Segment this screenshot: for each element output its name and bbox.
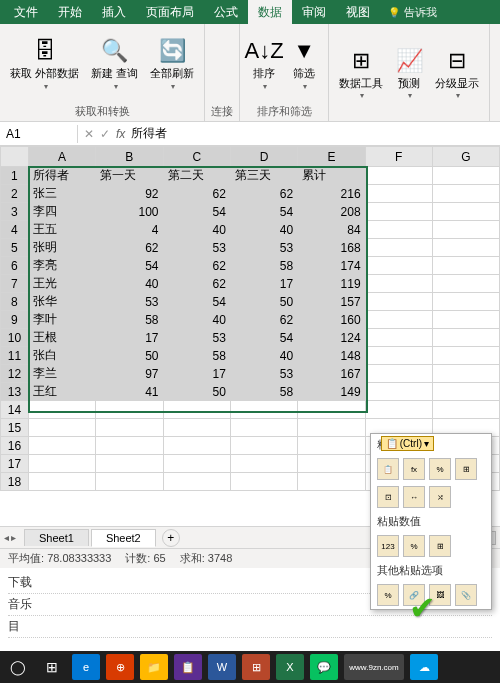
paste-option-noborder[interactable]: ⊡ — [377, 486, 399, 508]
cell[interactable]: 17 — [163, 365, 230, 383]
cell[interactable]: 58 — [230, 257, 297, 275]
cell[interactable] — [432, 185, 499, 203]
row-header[interactable]: 4 — [1, 221, 29, 239]
row-header[interactable]: 17 — [1, 455, 29, 473]
row-header[interactable]: 6 — [1, 257, 29, 275]
cell[interactable] — [28, 473, 95, 491]
taskbar-app[interactable]: e — [72, 654, 100, 680]
cell[interactable]: 王五 — [28, 221, 95, 239]
menu-tab-页面布局[interactable]: 页面布局 — [136, 0, 204, 25]
cell[interactable]: 148 — [298, 347, 365, 365]
cell[interactable]: 160 — [298, 311, 365, 329]
taskbar-app[interactable]: ⊕ — [106, 654, 134, 680]
cell[interactable]: 李亮 — [28, 257, 95, 275]
paste-option-fx[interactable]: fx — [403, 458, 425, 480]
cell[interactable]: 累计 — [298, 167, 365, 185]
cell[interactable] — [96, 473, 163, 491]
cell[interactable] — [298, 437, 365, 455]
select-all-corner[interactable] — [1, 147, 29, 167]
paste-option-%fx[interactable]: % — [429, 458, 451, 480]
paste-option-link[interactable]: 🔗 — [403, 584, 425, 606]
fx-icon[interactable]: fx — [116, 127, 125, 141]
cell[interactable] — [163, 401, 230, 419]
cell[interactable]: 17 — [230, 275, 297, 293]
cell[interactable]: 第一天 — [96, 167, 163, 185]
cell[interactable]: 58 — [96, 311, 163, 329]
cell[interactable]: 100 — [96, 203, 163, 221]
cell[interactable] — [432, 329, 499, 347]
paste-options-button[interactable]: 📋 (Ctrl) ▾ — [381, 436, 434, 451]
cell[interactable] — [432, 311, 499, 329]
row-header[interactable]: 18 — [1, 473, 29, 491]
cell[interactable] — [28, 419, 95, 437]
cell[interactable] — [298, 401, 365, 419]
cell[interactable]: 62 — [163, 185, 230, 203]
ribbon-button[interactable]: 🗄获取 外部数据 — [6, 35, 83, 92]
menu-tab-文件[interactable]: 文件 — [4, 0, 48, 25]
cell[interactable] — [96, 401, 163, 419]
cell[interactable]: 张三 — [28, 185, 95, 203]
taskview-button[interactable]: ⊞ — [38, 654, 66, 680]
cell[interactable]: 40 — [163, 311, 230, 329]
cell[interactable]: 62 — [230, 311, 297, 329]
cell[interactable]: 167 — [298, 365, 365, 383]
cell[interactable]: 53 — [96, 293, 163, 311]
cell[interactable]: 50 — [96, 347, 163, 365]
cell[interactable]: 53 — [230, 239, 297, 257]
paste-option-fmt[interactable]: % — [377, 584, 399, 606]
row-header[interactable]: 11 — [1, 347, 29, 365]
menu-tab-开始[interactable]: 开始 — [48, 0, 92, 25]
paste-option-%123[interactable]: % — [403, 535, 425, 557]
menu-tab-视图[interactable]: 视图 — [336, 0, 380, 25]
paste-option-keepwidth[interactable]: ↔ — [403, 486, 425, 508]
cell[interactable] — [28, 455, 95, 473]
cell[interactable]: 4 — [96, 221, 163, 239]
ribbon-button[interactable]: ⊞数据工具 — [335, 45, 387, 102]
cell[interactable] — [365, 401, 432, 419]
cell[interactable] — [365, 257, 432, 275]
cell[interactable] — [432, 365, 499, 383]
cell[interactable]: 第二天 — [163, 167, 230, 185]
paste-option-src[interactable]: ⊞ — [455, 458, 477, 480]
row-header[interactable]: 9 — [1, 311, 29, 329]
cell[interactable]: 53 — [163, 329, 230, 347]
paste-option-transpose[interactable]: ⤭ — [429, 486, 451, 508]
cell[interactable]: 王红 — [28, 383, 95, 401]
taskbar-app[interactable]: 📁 — [140, 654, 168, 680]
cell[interactable] — [365, 365, 432, 383]
tell-me[interactable]: 告诉我 — [388, 5, 437, 20]
cell[interactable] — [432, 347, 499, 365]
cell[interactable]: 58 — [163, 347, 230, 365]
cell[interactable]: 97 — [96, 365, 163, 383]
desktop-item[interactable]: 目 — [8, 616, 492, 638]
cell[interactable] — [432, 257, 499, 275]
ribbon-button[interactable]: 📈预测 — [391, 45, 427, 102]
taskbar-excel[interactable]: X — [276, 654, 304, 680]
cell[interactable]: 208 — [298, 203, 365, 221]
cell[interactable] — [365, 329, 432, 347]
column-header[interactable]: F — [365, 147, 432, 167]
cell[interactable]: 84 — [298, 221, 365, 239]
cell[interactable] — [432, 221, 499, 239]
cell[interactable] — [365, 167, 432, 185]
cell[interactable]: 所得者 — [28, 167, 95, 185]
sheet-nav-button[interactable]: ◂ — [4, 532, 9, 543]
taskbar-app[interactable]: ☁ — [410, 654, 438, 680]
cell[interactable]: 41 — [96, 383, 163, 401]
column-header[interactable]: E — [298, 147, 365, 167]
cell[interactable]: 157 — [298, 293, 365, 311]
start-button[interactable]: ◯ — [4, 654, 32, 680]
row-header[interactable]: 15 — [1, 419, 29, 437]
paste-option-src123[interactable]: ⊞ — [429, 535, 451, 557]
cell[interactable] — [432, 401, 499, 419]
cell[interactable] — [432, 293, 499, 311]
row-header[interactable]: 14 — [1, 401, 29, 419]
cell[interactable] — [365, 221, 432, 239]
row-header[interactable]: 1 — [1, 167, 29, 185]
taskbar-app[interactable]: ⊞ — [242, 654, 270, 680]
formula-input[interactable] — [131, 127, 331, 141]
cell[interactable] — [28, 401, 95, 419]
cell[interactable] — [163, 437, 230, 455]
cell[interactable] — [96, 437, 163, 455]
column-header[interactable]: C — [163, 147, 230, 167]
